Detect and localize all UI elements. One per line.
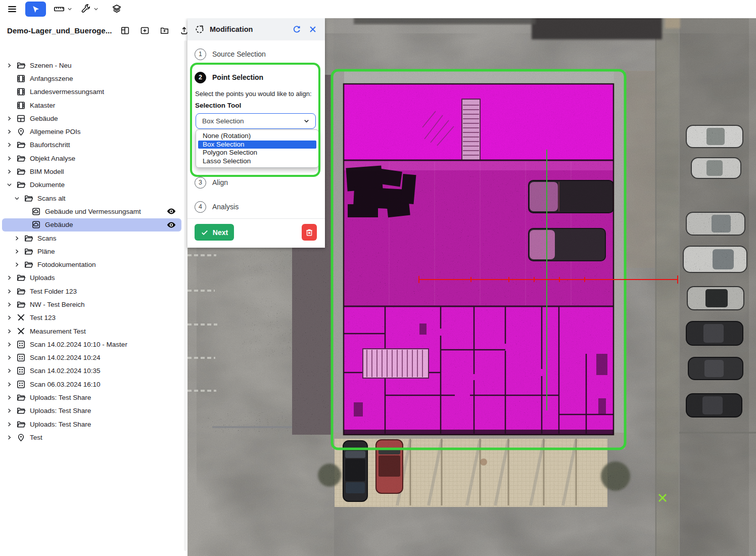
folder-icon xyxy=(16,167,26,177)
tree-item[interactable]: Uploads xyxy=(2,271,181,285)
tree-item[interactable]: NW - Test Bereich xyxy=(2,298,181,311)
chevron-right-icon[interactable] xyxy=(5,168,13,176)
select-tool-button[interactable] xyxy=(25,2,46,17)
chevron-right-icon[interactable] xyxy=(5,141,13,149)
delete-selection-button[interactable] xyxy=(302,224,317,241)
tree-item-label: Baufortschritt xyxy=(30,141,70,149)
tree-item[interactable]: Scan 14.02.2024 10:24 xyxy=(2,351,181,364)
chevron-right-icon[interactable] xyxy=(13,261,21,269)
tree-item[interactable]: Scan 14.02.2024 10:35 xyxy=(2,364,181,378)
tree-item[interactable]: Uploads: Test Share xyxy=(2,418,181,431)
selection-tool-select[interactable]: Box Selection xyxy=(196,113,316,129)
tree-item[interactable]: Dokumente xyxy=(2,178,181,192)
visibility-eye-icon[interactable] xyxy=(166,220,176,230)
tree-item[interactable]: Measurement Test xyxy=(2,325,181,338)
step-label: Point Selection xyxy=(212,73,263,81)
tree-item-label: Gebäude xyxy=(45,221,73,228)
tree-item[interactable]: Gebäude xyxy=(2,218,181,231)
tree-item[interactable]: Objekt Analyse xyxy=(2,152,181,165)
chevron-right-icon[interactable] xyxy=(5,314,13,322)
grid-icon xyxy=(16,353,26,363)
chevron-right-icon[interactable] xyxy=(5,340,13,348)
tree-item[interactable]: Uploads: Test Share xyxy=(2,404,181,418)
tree-item[interactable]: Scans alt xyxy=(2,192,181,205)
folder-icon xyxy=(16,406,26,416)
tree-item[interactable]: BIM Modell xyxy=(2,165,181,178)
chevron-right-icon[interactable] xyxy=(5,128,13,136)
layout-grid-icon[interactable] xyxy=(120,25,130,35)
chevron-right-icon[interactable] xyxy=(5,380,13,388)
chevron-right-icon[interactable] xyxy=(5,327,13,335)
chevron-spacer xyxy=(20,207,28,215)
step-point-selection[interactable]: 2 Point Selection xyxy=(195,71,263,84)
chevron-right-icon[interactable] xyxy=(5,394,13,402)
tree-item[interactable]: Pläne xyxy=(2,245,181,258)
close-icon[interactable] xyxy=(308,24,318,34)
cloud-icon xyxy=(31,220,41,230)
chevron-down-icon xyxy=(92,6,100,13)
folder-icon xyxy=(16,140,26,150)
chevron-down-icon[interactable] xyxy=(13,194,21,202)
tree-item[interactable]: Allgemeine POIs xyxy=(2,125,181,138)
tree-item-label: Scan 06.03.2024 16:10 xyxy=(30,381,101,388)
tree-item[interactable]: Landesvermessungsamt xyxy=(2,85,181,99)
chevron-right-icon[interactable] xyxy=(5,154,13,162)
menu-icon[interactable] xyxy=(6,3,18,15)
film-icon xyxy=(16,100,26,110)
tree-item[interactable]: Baufortschritt xyxy=(2,138,181,152)
tree-item-label: Scans alt xyxy=(37,195,66,202)
step-analysis[interactable]: 4 Analysis xyxy=(195,200,239,213)
chevron-right-icon[interactable] xyxy=(5,420,13,428)
tree-item[interactable]: Scan 14.02.2024 10:10 - Master xyxy=(2,338,181,351)
tree-item[interactable]: Test 123 xyxy=(2,311,181,325)
chevron-right-icon[interactable] xyxy=(5,407,13,415)
tree-item[interactable]: Szenen - Neu xyxy=(2,59,181,72)
tree-item[interactable]: Kataster xyxy=(2,99,181,112)
next-button[interactable]: Next xyxy=(195,224,234,241)
folder-icon xyxy=(16,393,26,403)
reset-icon[interactable] xyxy=(292,24,302,34)
chevron-right-icon[interactable] xyxy=(5,300,13,308)
tools-menu-button[interactable] xyxy=(80,4,100,15)
tree-item[interactable]: Test Folder 123 xyxy=(2,285,181,298)
add-scene-icon[interactable] xyxy=(140,25,150,35)
tree-item-label: Fotodokumentation xyxy=(37,261,96,268)
tree-item[interactable]: Fotodokumentation xyxy=(2,258,181,271)
chevron-right-icon[interactable] xyxy=(5,274,13,282)
step-number: 1 xyxy=(195,49,206,60)
tree-item-label: Allgemeine POIs xyxy=(30,128,81,135)
chevron-right-icon[interactable] xyxy=(13,234,21,242)
step-number: 3 xyxy=(195,177,206,189)
step-source-selection[interactable]: 1 Source Selection xyxy=(195,48,266,61)
folder-icon xyxy=(23,233,33,243)
tree-item-label: Test Folder 123 xyxy=(30,288,77,295)
sidebar-scrollbar[interactable] xyxy=(184,40,187,551)
chevron-right-icon[interactable] xyxy=(5,433,13,441)
grid-icon xyxy=(16,339,26,349)
tree-item[interactable]: Anfangsszene xyxy=(2,72,181,85)
tree-item[interactable]: Test xyxy=(2,431,181,444)
tree-item[interactable]: Scans xyxy=(2,231,181,245)
chevron-right-icon[interactable] xyxy=(5,354,13,362)
layers-tool-button[interactable] xyxy=(111,3,123,15)
chevron-spacer xyxy=(5,101,13,109)
dropdown-option[interactable]: Lasso Selection xyxy=(198,157,316,166)
tree-item[interactable]: Gebäude und Vermessungsamt xyxy=(2,205,181,218)
step-align[interactable]: 3 Align xyxy=(195,176,228,189)
add-folder-icon[interactable] xyxy=(160,25,170,35)
chevron-right-icon[interactable] xyxy=(5,61,13,69)
chevron-right-icon[interactable] xyxy=(5,367,13,375)
visibility-eye-icon[interactable] xyxy=(166,206,176,216)
film-icon xyxy=(16,73,26,83)
chevron-down-icon[interactable] xyxy=(5,181,13,189)
measure-tool-button[interactable] xyxy=(53,3,73,15)
dropdown-option[interactable]: Polygon Selection xyxy=(198,149,316,157)
dropdown-option[interactable]: None (Rotation) xyxy=(198,132,316,141)
tree-item[interactable]: Uploads: Test Share xyxy=(2,391,181,404)
tree-item[interactable]: Gebäude xyxy=(2,112,181,125)
chevron-right-icon[interactable] xyxy=(13,247,21,255)
dropdown-option[interactable]: Box Selection xyxy=(198,141,316,149)
chevron-right-icon[interactable] xyxy=(5,287,13,295)
chevron-right-icon[interactable] xyxy=(5,114,13,122)
tree-item[interactable]: Scan 06.03.2024 16:10 xyxy=(2,378,181,391)
